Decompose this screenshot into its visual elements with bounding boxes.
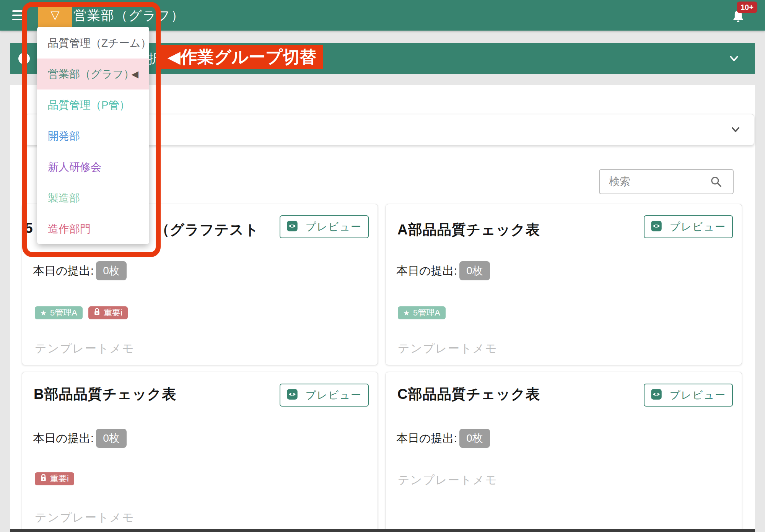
group-switcher-button[interactable]: ▽ <box>38 2 72 27</box>
preview-button[interactable]: プレビュー <box>280 215 369 238</box>
selected-marker-icon: ◀ <box>132 59 138 89</box>
template-memo: テンプレートメモ <box>398 341 498 356</box>
preview-label: プレビュー <box>670 220 726 234</box>
submission-count-badge: 0枚 <box>459 261 490 280</box>
template-card[interactable]: A部品品質チェック表 プレビュー 本日の提出: 0枚 ★ 5管理A テンプレート… <box>386 204 742 365</box>
notification-count-badge[interactable]: 10+ <box>737 2 757 13</box>
template-card[interactable]: B部品品質チェック表 プレビュー 本日の提出: 0枚 <box>22 372 378 532</box>
dropdown-item[interactable]: 製造部 <box>37 182 149 213</box>
help-icon: ? <box>18 53 30 64</box>
annotation-label: ◀作業グループ切替 <box>161 45 323 69</box>
eye-icon <box>286 220 298 233</box>
chevron-down-icon[interactable] <box>728 53 740 64</box>
preview-label: プレビュー <box>306 388 362 402</box>
dropdown-item[interactable]: 開発部 <box>37 120 149 151</box>
eye-icon <box>651 220 662 233</box>
menu-icon[interactable] <box>12 10 25 20</box>
template-memo: テンプレートメモ <box>398 472 498 488</box>
template-memo: テンプレートメモ <box>35 510 135 525</box>
tag-badge: ★ 5管理A <box>398 306 446 319</box>
preview-button[interactable]: プレビュー <box>644 215 733 238</box>
tag-badge: 重要i <box>35 472 74 485</box>
card-title-fragment: 5 <box>25 220 33 236</box>
template-memo: テンプレートメモ <box>35 341 135 356</box>
submission-label: 本日の提出: <box>33 263 94 279</box>
preview-label: プレビュー <box>306 220 362 234</box>
search-placeholder: 検索 <box>609 170 630 194</box>
triangle-down-icon: ▽ <box>50 8 59 21</box>
app-header: ▽ 営業部（グラフ） 10+ <box>0 0 765 31</box>
chevron-down-icon[interactable] <box>730 124 741 135</box>
preview-button[interactable]: プレビュー <box>280 384 369 407</box>
template-card[interactable]: C部品品質チェック表 プレビュー 本日の提出: 0枚 テンプレートメモ <box>386 372 742 532</box>
submission-count-badge: 0枚 <box>96 261 127 280</box>
eye-icon <box>651 389 662 402</box>
card-title: B部品品質チェック表 <box>34 385 176 404</box>
lock-icon <box>94 308 100 318</box>
card-title: C部品品質チェック表 <box>397 385 540 404</box>
tag-badge: ★ 5管理A <box>35 306 83 319</box>
page-title: 営業部（グラフ） <box>73 0 184 31</box>
submission-label: 本日の提出: <box>396 263 457 279</box>
submission-count-badge: 0枚 <box>459 429 490 448</box>
eye-icon <box>286 389 298 402</box>
dropdown-item[interactable]: 造作部門 <box>37 213 149 244</box>
submission-count-badge: 0枚 <box>96 429 127 448</box>
bottom-divider-bar <box>10 529 755 532</box>
dropdown-item[interactable]: 品質管理（Zチーム） <box>37 28 149 59</box>
submission-label: 本日の提出: <box>33 431 94 446</box>
submission-label: 本日の提出: <box>396 431 457 446</box>
group-switcher-dropdown: 品質管理（Zチーム） 営業部（グラフ） ◀ 品質管理（P管） 開発部 新人研修会… <box>37 27 149 244</box>
preview-label: プレビュー <box>670 388 726 402</box>
card-title: A部品品質チェック表 <box>397 220 540 239</box>
dropdown-item[interactable]: 新人研修会 <box>37 151 149 182</box>
tag-badge: 重要i <box>88 306 128 319</box>
star-icon: ★ <box>40 309 47 317</box>
star-icon: ★ <box>403 309 410 317</box>
search-icon[interactable] <box>710 176 722 188</box>
card-title: （グラフテスト <box>155 220 259 239</box>
dropdown-item[interactable]: 品質管理（P管） <box>37 89 149 120</box>
dropdown-item-selected[interactable]: 営業部（グラフ） ◀ <box>37 59 149 89</box>
lock-icon <box>40 474 47 484</box>
preview-button[interactable]: プレビュー <box>644 384 733 407</box>
search-input[interactable]: 検索 <box>599 169 734 194</box>
